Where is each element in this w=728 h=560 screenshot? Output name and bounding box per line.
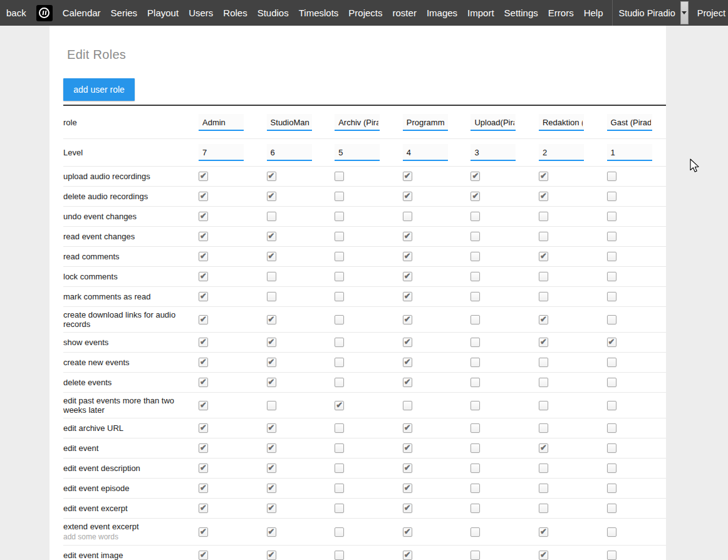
nav-item-help[interactable]: Help xyxy=(584,8,603,18)
permission-checkbox[interactable] xyxy=(335,527,344,537)
permission-checkbox[interactable] xyxy=(539,232,548,241)
permission-checkbox[interactable] xyxy=(403,464,412,473)
permission-checkbox[interactable] xyxy=(539,423,548,433)
permission-checkbox[interactable] xyxy=(471,192,480,201)
permission-checkbox[interactable] xyxy=(471,551,480,560)
permission-checkbox[interactable] xyxy=(539,315,548,324)
permission-checkbox[interactable] xyxy=(403,401,412,410)
permission-checkbox[interactable] xyxy=(199,315,208,324)
permission-checkbox[interactable] xyxy=(539,551,548,560)
permission-checkbox[interactable] xyxy=(471,423,480,433)
permission-checkbox[interactable] xyxy=(403,232,412,241)
nav-item-studios[interactable]: Studios xyxy=(257,8,289,18)
permission-checkbox[interactable] xyxy=(471,315,480,324)
permission-checkbox[interactable] xyxy=(539,464,548,473)
permission-checkbox[interactable] xyxy=(539,358,548,367)
permission-checkbox[interactable] xyxy=(471,443,480,453)
permission-checkbox[interactable] xyxy=(267,252,276,261)
nav-item-projects[interactable]: Projects xyxy=(348,8,382,18)
permission-checkbox[interactable] xyxy=(335,464,344,473)
permission-checkbox[interactable] xyxy=(403,292,412,301)
role-level-input[interactable] xyxy=(607,144,652,161)
permission-checkbox[interactable] xyxy=(539,378,548,387)
permission-checkbox[interactable] xyxy=(267,292,276,301)
permission-checkbox[interactable] xyxy=(539,212,548,221)
permission-checkbox[interactable] xyxy=(607,527,616,537)
permission-checkbox[interactable] xyxy=(539,504,548,513)
role-name-input[interactable] xyxy=(199,114,244,131)
permission-checkbox[interactable] xyxy=(403,423,412,433)
nav-item-settings[interactable]: Settings xyxy=(504,8,538,18)
permission-checkbox[interactable] xyxy=(199,443,208,453)
permission-checkbox[interactable] xyxy=(471,378,480,387)
permission-checkbox[interactable] xyxy=(267,551,276,560)
permission-checkbox[interactable] xyxy=(335,443,344,453)
permission-checkbox[interactable] xyxy=(199,423,208,433)
permission-checkbox[interactable] xyxy=(403,504,412,513)
permission-checkbox[interactable] xyxy=(607,172,616,181)
nav-item-timeslots[interactable]: Timeslots xyxy=(299,8,339,18)
permission-checkbox[interactable] xyxy=(539,484,548,493)
permission-checkbox[interactable] xyxy=(607,504,616,513)
permission-checkbox[interactable] xyxy=(471,338,480,347)
permission-checkbox[interactable] xyxy=(335,232,344,241)
permission-checkbox[interactable] xyxy=(539,443,548,453)
permission-checkbox[interactable] xyxy=(471,484,480,493)
permission-checkbox[interactable] xyxy=(403,358,412,367)
permission-checkbox[interactable] xyxy=(607,338,616,347)
permission-checkbox[interactable] xyxy=(267,358,276,367)
project-select[interactable]: Project 88vier xyxy=(691,1,728,24)
permission-checkbox[interactable] xyxy=(335,423,344,433)
permission-checkbox[interactable] xyxy=(267,401,276,410)
add-user-role-button[interactable]: add user role xyxy=(63,78,135,101)
nav-item-series[interactable]: Series xyxy=(111,8,138,18)
permission-checkbox[interactable] xyxy=(199,172,208,181)
permission-checkbox[interactable] xyxy=(267,232,276,241)
permission-checkbox[interactable] xyxy=(403,252,412,261)
permission-checkbox[interactable] xyxy=(403,378,412,387)
permission-checkbox[interactable] xyxy=(607,192,616,201)
nav-item-roster[interactable]: roster xyxy=(393,8,417,18)
permission-checkbox[interactable] xyxy=(539,272,548,281)
permission-checkbox[interactable] xyxy=(471,252,480,261)
permission-checkbox[interactable] xyxy=(607,292,616,301)
permission-checkbox[interactable] xyxy=(471,401,480,410)
permission-checkbox[interactable] xyxy=(335,315,344,324)
permission-checkbox[interactable] xyxy=(471,358,480,367)
permission-checkbox[interactable] xyxy=(403,272,412,281)
role-level-input[interactable] xyxy=(335,144,380,161)
permission-checkbox[interactable] xyxy=(199,484,208,493)
permission-checkbox[interactable] xyxy=(607,551,616,560)
permission-checkbox[interactable] xyxy=(199,212,208,221)
permission-checkbox[interactable] xyxy=(607,252,616,261)
permission-checkbox[interactable] xyxy=(267,172,276,181)
permission-checkbox[interactable] xyxy=(267,484,276,493)
permission-checkbox[interactable] xyxy=(471,272,480,281)
permission-checkbox[interactable] xyxy=(199,551,208,560)
nav-item-users[interactable]: Users xyxy=(189,8,213,18)
permission-checkbox[interactable] xyxy=(403,172,412,181)
permission-checkbox[interactable] xyxy=(335,192,344,201)
role-level-input[interactable] xyxy=(403,144,448,161)
permission-checkbox[interactable] xyxy=(267,272,276,281)
permission-checkbox[interactable] xyxy=(607,443,616,453)
role-name-input[interactable] xyxy=(267,114,312,131)
permission-checkbox[interactable] xyxy=(403,527,412,537)
permission-checkbox[interactable] xyxy=(335,212,344,221)
permission-checkbox[interactable] xyxy=(403,212,412,221)
permission-checkbox[interactable] xyxy=(471,527,480,537)
permission-checkbox[interactable] xyxy=(607,378,616,387)
piradio-logo-icon[interactable] xyxy=(36,5,53,21)
permission-checkbox[interactable] xyxy=(267,527,276,537)
nav-item-roles[interactable]: Roles xyxy=(223,8,247,18)
permission-checkbox[interactable] xyxy=(199,358,208,367)
permission-checkbox[interactable] xyxy=(403,315,412,324)
permission-checkbox[interactable] xyxy=(199,378,208,387)
nav-item-calendar[interactable]: Calendar xyxy=(63,8,101,18)
studio-select[interactable]: Studio Piradio xyxy=(613,1,689,24)
role-level-input[interactable] xyxy=(539,144,584,161)
permission-checkbox[interactable] xyxy=(199,464,208,473)
permission-checkbox[interactable] xyxy=(403,338,412,347)
permission-checkbox[interactable] xyxy=(471,292,480,301)
permission-checkbox[interactable] xyxy=(607,484,616,493)
